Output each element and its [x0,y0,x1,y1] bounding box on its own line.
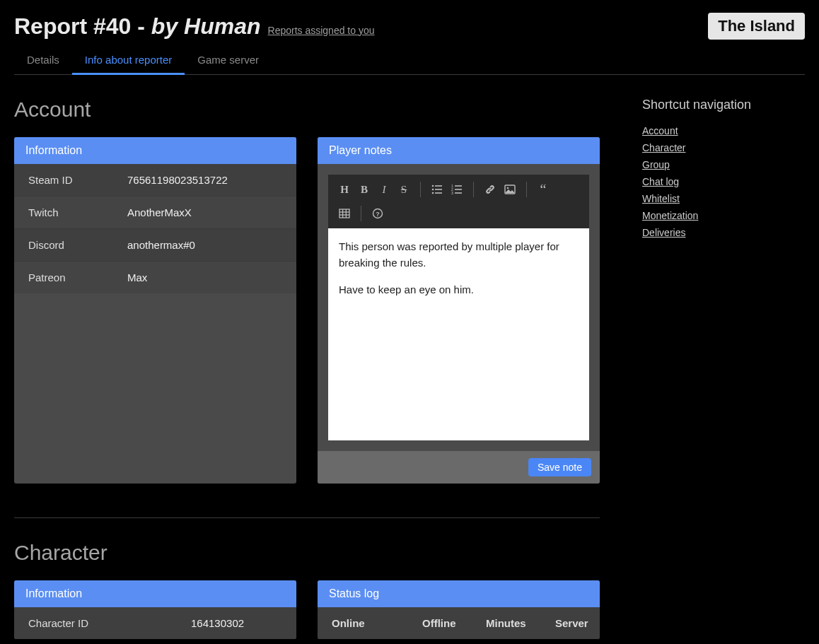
status-log-header-row: Online Offline Minutes Server [318,607,600,639]
value-steam-id: 76561198023513722 [127,174,228,186]
svg-text:3: 3 [451,191,453,195]
svg-rect-7 [455,185,462,187]
svg-rect-1 [435,185,442,187]
label-patreon: Patreon [28,271,127,283]
toolbar-separator [420,182,421,197]
tab-details[interactable]: Details [14,47,72,74]
svg-rect-3 [435,189,442,190]
section-character-title: Character [14,541,600,565]
tab-info-reporter[interactable]: Info about reporter [72,47,185,75]
toolbar-separator [361,206,361,221]
label-steam-id: Steam ID [28,174,127,186]
shortcut-nav-heading: Shortcut navigation [642,98,805,112]
svg-rect-9 [455,189,462,190]
toolbar-separator [526,182,527,197]
nav-link-character[interactable]: Character [642,142,805,153]
panel-header: Information [14,580,296,607]
account-info-panel: Information Steam ID 76561198023513722 T… [14,137,296,484]
label-character-id: Character ID [28,617,191,629]
toolbar-separator [473,182,474,197]
player-notes-panel: Player notes H B I S 123 [318,137,600,484]
col-offline: Offline [422,617,486,629]
notes-paragraph: Have to keep an eye on him. [339,282,579,298]
quote-icon[interactable]: “ [534,180,552,199]
section-account-title: Account [14,98,600,122]
status-log-panel: Status log Online Offline Minutes Server [318,580,600,639]
table-row: Discord anothermax#0 [14,229,296,262]
panel-header: Status log [318,580,600,607]
island-badge: The Island [708,13,805,40]
svg-text:?: ? [376,211,380,218]
section-divider [14,517,600,518]
image-icon[interactable] [501,180,519,199]
save-note-button[interactable]: Save note [528,458,591,476]
nav-link-account[interactable]: Account [642,125,805,136]
page-title: Report #40 - by Human [14,13,261,40]
table-row: Steam ID 76561198023513722 [14,164,296,197]
tab-bar: Details Info about reporter Game server [14,47,805,75]
col-online: Online [332,617,422,629]
ordered-list-icon[interactable]: 123 [448,180,466,199]
assigned-reports-link[interactable]: Reports assigned to you [268,25,375,36]
col-minutes: Minutes [486,617,555,629]
italic-icon[interactable]: I [375,180,393,199]
nav-link-monetization[interactable]: Monetization [642,210,805,221]
help-icon[interactable]: ? [368,204,387,223]
value-patreon: Max [127,271,147,283]
bullet-list-icon[interactable] [428,180,446,199]
svg-rect-11 [455,192,462,194]
nav-link-chat-log[interactable]: Chat log [642,176,805,187]
shortcut-nav: Shortcut navigation Account Character Gr… [642,75,805,639]
notes-editor[interactable]: This person was reported by multiple pla… [328,228,589,440]
report-title-prefix: Report #40 - [14,13,151,39]
panel-header: Player notes [318,137,600,164]
svg-point-0 [432,185,434,187]
link-icon[interactable] [481,180,499,199]
nav-link-deliveries[interactable]: Deliveries [642,227,805,238]
nav-link-group[interactable]: Group [642,159,805,170]
character-info-panel: Information Character ID 164130302 [14,580,296,639]
table-row: Twitch AnotherMaxX [14,197,296,229]
report-byline: by Human [151,13,261,39]
label-twitch: Twitch [28,206,127,218]
table-row: Patreon Max [14,262,296,293]
strike-icon[interactable]: S [395,180,413,199]
table-row: Character ID 164130302 [14,607,296,639]
panel-header: Information [14,137,296,164]
value-discord: anothermax#0 [127,239,195,251]
svg-point-13 [507,187,509,189]
value-character-id: 164130302 [191,617,244,629]
svg-point-4 [432,192,434,194]
notes-paragraph: This person was reported by multiple pla… [339,239,579,271]
nav-link-whitelist[interactable]: Whitelist [642,193,805,204]
svg-rect-14 [339,209,349,218]
col-server: Server [555,617,588,629]
svg-rect-5 [435,192,442,194]
label-discord: Discord [28,239,127,251]
svg-point-2 [432,189,434,191]
value-twitch: AnotherMaxX [127,206,192,218]
heading-icon[interactable]: H [335,180,354,199]
bold-icon[interactable]: B [355,180,373,199]
table-icon[interactable] [335,204,354,223]
editor-toolbar: H B I S 123 [328,175,589,228]
tab-game-server[interactable]: Game server [185,47,272,74]
